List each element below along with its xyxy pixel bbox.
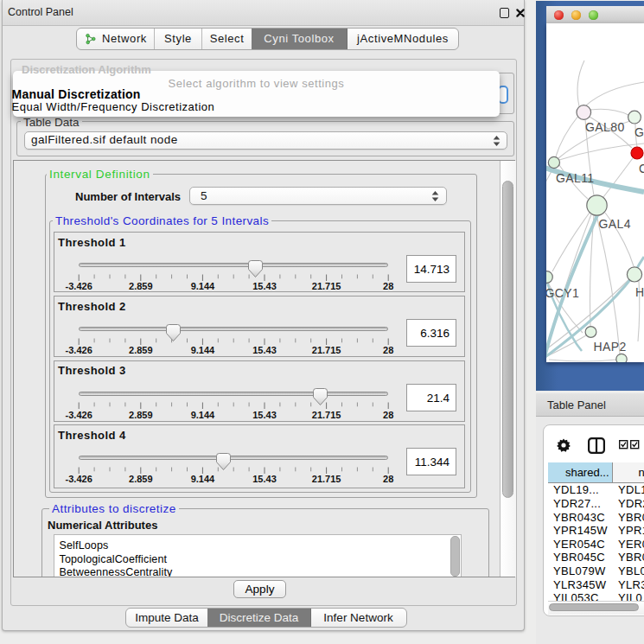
svg-text:GA: GA [634,125,644,139]
svg-text:GAL11: GAL11 [556,171,595,185]
svg-text:H: H [635,285,644,299]
svg-text:GCY1: GCY1 [546,286,579,300]
svg-text:GAL4: GAL4 [599,217,631,231]
svg-text:HAP2: HAP2 [594,340,627,354]
svg-text:C: C [639,162,644,175]
svg-text:GAL80: GAL80 [585,120,625,134]
